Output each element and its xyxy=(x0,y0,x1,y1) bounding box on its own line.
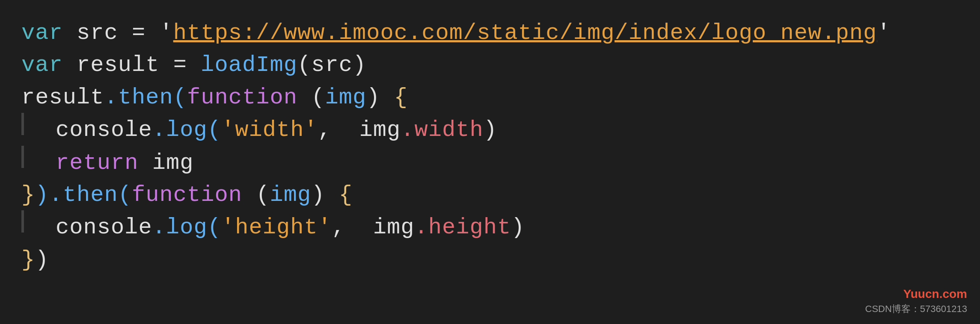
watermark-container: Yuucn.com CSDN博客：573601213 xyxy=(865,287,967,315)
code-line-6: } ).then( function ( img ) { xyxy=(21,179,959,211)
brace-close-1: } xyxy=(21,179,35,211)
url-string: https://www.imooc.com/static/img/index/l… xyxy=(173,17,877,49)
prop-height: .height xyxy=(414,212,511,244)
brace-open-2: { xyxy=(339,179,353,211)
quote-close: ' xyxy=(877,17,891,49)
indent-bar-3 xyxy=(21,210,24,233)
brace-close-2: } xyxy=(21,244,35,276)
operator-eq: = xyxy=(132,17,146,49)
code-line-3: result .then( function ( img ) { xyxy=(21,82,959,114)
paren-src: (src) xyxy=(297,49,366,81)
code-editor: var src = ' https://www.imooc.com/static… xyxy=(0,0,980,324)
space-brace xyxy=(380,82,394,114)
keyword-function-1: function xyxy=(187,82,297,114)
var-src: src xyxy=(63,17,132,49)
fn-loadimg: loadImg xyxy=(187,49,297,81)
code-line-7: console .log( 'height' , img .height ) xyxy=(21,211,959,244)
console-2: console xyxy=(56,212,152,244)
keyword-var: var xyxy=(21,17,63,49)
param-img-2: img xyxy=(270,179,311,211)
method-log-1: .log( xyxy=(152,114,221,146)
space-brace-2 xyxy=(325,179,339,211)
watermark-csdn: CSDN博客：573601213 xyxy=(865,303,967,315)
keyword-return: return xyxy=(56,147,138,179)
code-block: var src = ' https://www.imooc.com/static… xyxy=(21,17,959,276)
indent-bar-2 xyxy=(21,146,24,168)
space-1 xyxy=(297,82,311,114)
paren-final: ) xyxy=(35,244,49,276)
cursor-position xyxy=(439,256,440,279)
method-log-2: .log( xyxy=(152,212,221,244)
code-line-5: return img xyxy=(21,147,959,179)
keyword-function-2: function xyxy=(132,179,242,211)
console-1: console xyxy=(56,114,152,146)
code-line-4: console .log( 'width' , img .width ) xyxy=(21,114,959,146)
brace-open-1: { xyxy=(394,82,408,114)
keyword-var-2: var xyxy=(21,49,63,81)
paren-close-2: ) xyxy=(511,212,525,244)
operator-eq-2: = xyxy=(173,49,187,81)
watermark-yuucn: Yuucn.com xyxy=(903,287,967,301)
code-line-1: var src = ' https://www.imooc.com/static… xyxy=(21,17,959,49)
return-img: img xyxy=(138,147,193,179)
method-then-2: ).then( xyxy=(35,179,132,211)
code-line-2: var result = loadImg (src) xyxy=(21,49,959,81)
paren-img-open: ( xyxy=(311,82,325,114)
paren-img-close: ) xyxy=(366,82,380,114)
string-height: 'height' xyxy=(221,212,332,244)
quote-open: ' xyxy=(146,17,173,49)
paren-img-close-2: ) xyxy=(311,179,325,211)
comma-1: , img xyxy=(318,114,401,146)
comma-2: , img xyxy=(332,212,414,244)
code-line-8: } ) xyxy=(21,244,959,276)
paren-close-1: ) xyxy=(484,114,497,146)
paren-img-open-2: ( xyxy=(256,179,270,211)
indent-bar-1 xyxy=(21,113,24,135)
var-result: result xyxy=(63,49,173,81)
space-2 xyxy=(242,179,256,211)
param-img-1: img xyxy=(325,82,366,114)
prop-width: .width xyxy=(401,114,483,146)
string-width: 'width' xyxy=(221,114,318,146)
method-then: .then( xyxy=(104,82,187,114)
var-result-2: result xyxy=(21,82,104,114)
